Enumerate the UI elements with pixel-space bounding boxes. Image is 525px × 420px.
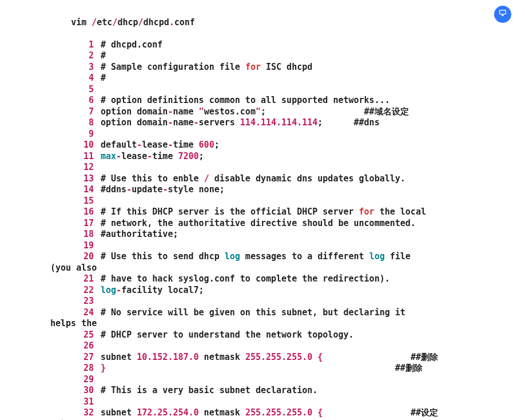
line-number: 30 — [50, 385, 101, 397]
semi: ; — [261, 106, 266, 117]
line-number: 20 — [50, 251, 101, 263]
code-line: 23 — [50, 296, 520, 307]
line-number: 9 — [50, 129, 101, 140]
line-number: 4 — [50, 73, 101, 84]
code-text: #authoritative; — [101, 229, 178, 239]
code-text: # dhcpd.conf — [101, 39, 162, 50]
code-line: 5 — [50, 84, 520, 96]
code-text: style none; — [168, 184, 224, 195]
inline-comment: ##dns — [354, 117, 380, 128]
code-line: 6# option definitions common to all supp… — [50, 95, 520, 106]
inline-comment: ##域名设定 — [364, 106, 409, 117]
line-number: 11 — [50, 151, 101, 163]
code-text: # No service will be given on this subne… — [101, 307, 411, 318]
code-text: default — [101, 140, 137, 150]
line-number: 28 — [50, 363, 101, 374]
code-text: # Use this to enble — [101, 173, 204, 184]
code-text: # network, the authoritative directive s… — [101, 218, 416, 228]
code-line: 15 — [50, 196, 520, 207]
code-text: option domain — [101, 117, 168, 128]
ip-literal: 10.152.187.0 — [137, 352, 198, 362]
code-text: subnet — [101, 407, 137, 418]
dash: - — [147, 151, 152, 161]
pad — [323, 407, 411, 418]
numeric: 7200 — [178, 151, 198, 161]
keyword-for: for — [359, 207, 375, 217]
code-line: 8option domain-name-servers 114.114.114.… — [50, 117, 520, 129]
quote: " — [199, 106, 204, 117]
code-text — [312, 407, 317, 418]
code-line: 4# — [50, 73, 520, 84]
code-line: 18#authoritative; — [50, 229, 520, 240]
ip-literal: 255.255.255.0 — [245, 352, 312, 362]
line-number: 7 — [50, 106, 101, 118]
code-line: 14#ddns-update-style none; — [50, 184, 520, 196]
line-number: 17 — [50, 218, 101, 229]
code-text: lease — [142, 140, 168, 150]
line-number: 6 — [50, 95, 101, 106]
line-number: 14 — [50, 184, 101, 196]
line-number: 10 — [50, 140, 101, 151]
code-text: file — [385, 251, 416, 261]
wrap-text: (you also — [50, 263, 520, 274]
inline-comment: ##设定 — [411, 407, 438, 418]
line-number: 22 — [50, 285, 101, 296]
code-line: 32subnet 172.25.254.0 netmask 255.255.25… — [50, 407, 520, 419]
line-number: 29 — [50, 374, 101, 386]
code-line: 24# No service will be given on this sub… — [50, 307, 520, 319]
code-text: ISC dhcpd — [261, 62, 312, 72]
code-line: 28} ##删除 — [50, 363, 520, 374]
line-number: 5 — [50, 84, 101, 96]
dash: - — [116, 151, 121, 161]
code-text: # Sample configuration file — [101, 62, 245, 72]
code-text: update — [132, 184, 162, 195]
line-number: 26 — [50, 340, 101, 352]
code-page: vim /etc/dhcp/dhcpd.conf 1# dhcpd.conf 2… — [0, 0, 525, 420]
line-number: 32 — [50, 407, 101, 419]
brace: { — [317, 407, 323, 418]
code-text: messages to a different — [240, 251, 369, 261]
code-line: 13# Use this to enble / disable dynamic … — [50, 173, 520, 185]
code-line: 2# — [50, 50, 520, 62]
code-text: # DHCP server to understand the network … — [101, 330, 354, 340]
ip-literal: 114.114.114.114 — [240, 117, 317, 128]
line-number: 15 — [50, 196, 101, 207]
floating-badge[interactable] — [494, 6, 511, 23]
code-line: 22log-facility local7; — [50, 285, 520, 296]
keyword-log: log — [101, 285, 116, 295]
code-text: disable dynamic dns updates globally. — [209, 173, 405, 184]
badge-icon — [498, 8, 507, 21]
code-line: 9 — [50, 129, 520, 140]
code-line: 25# DHCP server to understand the networ… — [50, 330, 520, 341]
ip-literal: 255.255.255.0 — [245, 407, 312, 418]
pad — [323, 352, 411, 362]
cmd-dot: . — [169, 17, 174, 27]
code-text — [312, 352, 317, 362]
dash: - — [137, 140, 142, 150]
code-text: subnet — [101, 352, 137, 362]
code-line: 19 — [50, 240, 520, 252]
code-line: 16# If this DHCP server is the official … — [50, 207, 520, 218]
line-number: 19 — [50, 240, 101, 252]
code-text: facility local7; — [121, 285, 204, 295]
line-number: 1 — [50, 39, 101, 51]
quote: " — [256, 106, 261, 117]
code-text: # option definitions common to all suppo… — [101, 95, 390, 105]
pad — [266, 106, 364, 117]
dash: - — [116, 285, 121, 295]
string: westos.com — [204, 106, 256, 117]
code-text: name — [173, 117, 193, 128]
line-number: 18 — [50, 229, 101, 240]
line-number: 27 — [50, 352, 101, 363]
line-number: 25 — [50, 330, 101, 341]
code-text: # This is a very basic subnet declaratio… — [101, 385, 317, 395]
keyword-for: for — [245, 62, 261, 72]
line-number: 21 — [50, 274, 101, 285]
pad — [323, 117, 353, 128]
code-line: 21# have to hack syslog.conf to complete… — [50, 274, 520, 285]
code-text: netmask — [199, 407, 245, 418]
cmd-word: vim — [71, 17, 92, 27]
svg-rect-0 — [500, 10, 506, 14]
code-text: netmask — [199, 352, 245, 362]
keyword-log: log — [225, 251, 240, 261]
